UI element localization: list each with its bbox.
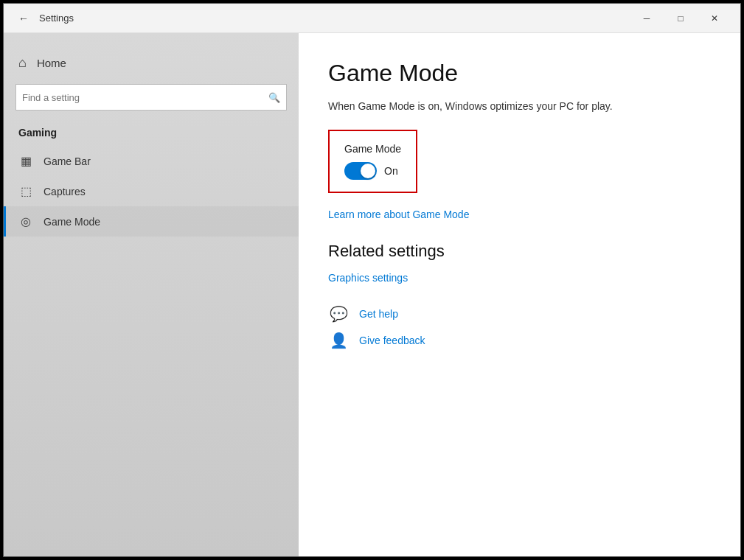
- give-feedback-link[interactable]: Give feedback: [359, 335, 425, 346]
- settings-window: ← Settings ─ □ ✕ ⌂ Home 🔍 Gaming ▦: [3, 3, 741, 557]
- toggle-state-label: On: [384, 165, 398, 177]
- get-help-icon: 💬: [328, 305, 349, 323]
- home-label: Home: [37, 57, 66, 69]
- window-title: Settings: [39, 13, 630, 24]
- sidebar-item-captures[interactable]: ⬚ Captures: [4, 176, 299, 206]
- game-mode-icon: ◎: [18, 214, 33, 228]
- sidebar-item-home[interactable]: ⌂ Home: [4, 48, 299, 78]
- toggle-thumb: [361, 164, 375, 178]
- main-content: Game Mode When Game Mode is on, Windows …: [299, 33, 740, 556]
- search-input[interactable]: [22, 92, 264, 103]
- captures-icon: ⬚: [18, 184, 33, 198]
- get-help-link[interactable]: Get help: [359, 308, 398, 320]
- search-icon: 🔍: [268, 92, 280, 103]
- close-button[interactable]: ✕: [698, 4, 731, 33]
- sidebar-item-game-bar[interactable]: ▦ Game Bar: [4, 146, 299, 176]
- sidebar-item-captures-label: Captures: [44, 186, 86, 197]
- titlebar: ← Settings ─ □ ✕: [4, 4, 740, 33]
- window-controls: ─ □ ✕: [630, 4, 731, 33]
- home-icon: ⌂: [18, 55, 27, 71]
- give-feedback-icon: 👤: [328, 332, 349, 349]
- graphics-settings-link[interactable]: Graphics settings: [328, 272, 408, 284]
- page-title: Game Mode: [328, 60, 711, 87]
- get-help-row[interactable]: 💬 Get help: [328, 305, 711, 323]
- game-mode-toggle[interactable]: [344, 162, 377, 180]
- minimize-button[interactable]: ─: [630, 4, 664, 33]
- maximize-button[interactable]: □: [664, 4, 698, 33]
- search-box[interactable]: 🔍: [15, 84, 287, 111]
- game-mode-box: Game Mode On: [328, 130, 417, 193]
- sidebar-item-game-bar-label: Game Bar: [44, 155, 91, 167]
- sidebar-item-game-mode[interactable]: ◎ Game Mode: [4, 206, 299, 237]
- back-button[interactable]: ←: [13, 7, 35, 29]
- give-feedback-row[interactable]: 👤 Give feedback: [328, 332, 711, 349]
- game-mode-box-title: Game Mode: [344, 143, 401, 155]
- related-settings-title: Related settings: [328, 242, 711, 261]
- sidebar-item-game-mode-label: Game Mode: [44, 216, 100, 228]
- sidebar-section-label: Gaming: [4, 122, 299, 146]
- sidebar: ⌂ Home 🔍 Gaming ▦ Game Bar ⬚ Captures: [4, 33, 299, 556]
- learn-more-link[interactable]: Learn more about Game Mode: [328, 209, 469, 220]
- game-bar-icon: ▦: [18, 154, 33, 168]
- content-area: ⌂ Home 🔍 Gaming ▦ Game Bar ⬚ Captures: [4, 33, 740, 556]
- toggle-row: On: [344, 162, 401, 180]
- main-description: When Game Mode is on, Windows optimizes …: [328, 100, 711, 112]
